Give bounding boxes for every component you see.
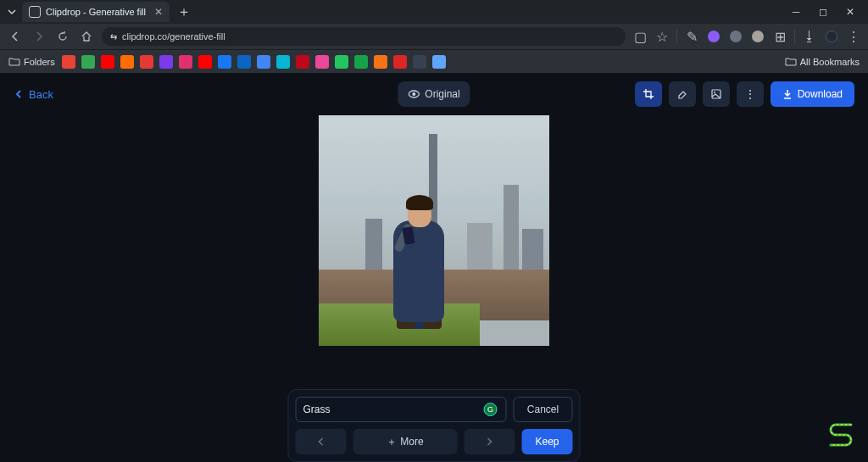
original-toggle-button[interactable]: Original — [398, 81, 470, 107]
crop-icon — [643, 88, 654, 100]
prompt-panel: G Cancel ＋ More Keep — [288, 389, 581, 462]
back-button[interactable]: Back — [14, 88, 53, 101]
back-label: Back — [29, 88, 53, 101]
window-minimize-icon[interactable]: ─ — [790, 6, 802, 18]
image-canvas[interactable] — [319, 115, 549, 346]
bookmark-youtube-icon[interactable] — [198, 55, 212, 69]
grammarly-icon[interactable]: G — [484, 403, 498, 416]
chevron-right-icon — [486, 437, 494, 446]
bookmark-sparkle-icon[interactable] — [432, 55, 446, 69]
nav-home-icon[interactable] — [78, 28, 95, 45]
photo-person-hair — [406, 195, 433, 210]
more-button[interactable]: ＋ More — [353, 429, 458, 454]
window-maximize-icon[interactable]: ◻ — [817, 6, 829, 18]
url-text: clipdrop.co/generative-fill — [122, 31, 225, 42]
browser-titlebar: Clipdrop - Generative fill ✕ ＋ ─ ◻ ✕ — [0, 0, 868, 24]
browser-address-bar: ⇆ clipdrop.co/generative-fill ▢ ☆ ✎ ⊞ ⭳ … — [0, 24, 868, 49]
bookmark-app-green2-icon[interactable] — [354, 55, 368, 69]
nav-forward-icon[interactable] — [31, 28, 47, 45]
bookmark-app-orange-icon[interactable] — [120, 55, 134, 69]
cancel-button[interactable]: Cancel — [514, 397, 573, 422]
folder-icon — [785, 56, 797, 68]
prompt-input[interactable] — [303, 404, 484, 415]
bookmark-app-blue-icon[interactable] — [257, 55, 270, 69]
chevron-left-icon — [317, 437, 326, 446]
nav-back-icon[interactable] — [7, 28, 24, 45]
ext-pen-icon[interactable]: ✎ — [684, 29, 699, 44]
bookmark-app-red-icon[interactable] — [140, 55, 153, 69]
browser-menu-icon[interactable]: ⋮ — [846, 29, 861, 44]
original-label: Original — [425, 88, 459, 100]
ext-avatar-icon[interactable] — [750, 29, 765, 44]
bookmark-drive-icon[interactable] — [81, 55, 95, 69]
eraser-tool-button[interactable] — [669, 81, 696, 107]
bookmarks-folder[interactable]: Folders — [8, 56, 55, 68]
tab-title: Clipdrop - Generative fill — [46, 7, 146, 17]
downloads-icon[interactable]: ⭳ — [802, 29, 817, 44]
image-icon — [710, 88, 722, 100]
cancel-label: Cancel — [527, 404, 559, 415]
url-input[interactable]: ⇆ clipdrop.co/generative-fill — [102, 27, 626, 46]
bookmark-youtube-red-icon[interactable] — [101, 55, 114, 69]
svg-point-1 — [412, 92, 415, 96]
profile-icon[interactable] — [824, 29, 839, 44]
new-tab-button[interactable]: ＋ — [175, 3, 193, 21]
svg-point-3 — [714, 92, 715, 93]
chevron-left-icon — [14, 89, 24, 99]
keep-button[interactable]: Keep — [522, 429, 573, 454]
all-bookmarks-link[interactable]: All Bookmarks — [785, 56, 860, 68]
brand-logo-icon — [826, 420, 856, 450]
folder-icon — [8, 56, 20, 68]
app-content: Back Original ⋮ Download — [0, 73, 868, 462]
bookmark-instagram-icon[interactable] — [179, 55, 192, 69]
nav-reload-icon[interactable] — [54, 28, 71, 45]
browser-tab[interactable]: Clipdrop - Generative fill ✕ — [22, 2, 170, 22]
more-options-button[interactable]: ⋮ — [737, 81, 764, 107]
keep-label: Keep — [535, 436, 559, 448]
eraser-icon — [676, 88, 688, 100]
prompt-input-box[interactable]: G — [296, 397, 507, 422]
window-close-icon[interactable]: ✕ — [844, 6, 856, 18]
site-info-icon[interactable]: ⇆ — [110, 32, 117, 42]
screenshot-icon[interactable]: ▢ — [632, 29, 648, 44]
bookmark-gmail-icon[interactable] — [62, 55, 75, 69]
more-label: More — [400, 436, 423, 448]
bookmarks-bar: Folders All Bookmarks — [0, 49, 868, 73]
bookmark-app-teal-icon[interactable] — [276, 55, 290, 69]
download-button[interactable]: Download — [771, 81, 854, 107]
divider — [676, 30, 677, 43]
bookmark-pinterest-icon[interactable] — [296, 55, 309, 69]
eye-icon — [408, 88, 420, 100]
bookmark-app-red2-icon[interactable] — [393, 55, 407, 69]
more-vert-icon: ⋮ — [744, 87, 756, 101]
bookmark-app-orange2-icon[interactable] — [374, 55, 387, 69]
bookmark-star-icon[interactable]: ☆ — [654, 29, 670, 44]
bookmark-app-pink-icon[interactable] — [315, 55, 329, 69]
bookmark-app-dark-icon[interactable] — [413, 55, 426, 69]
tab-favicon-icon — [29, 6, 41, 18]
app-toolbar: Back Original ⋮ Download — [0, 80, 868, 109]
download-label: Download — [798, 88, 843, 100]
crop-tool-button[interactable] — [635, 81, 662, 107]
ext-puzzle-icon[interactable]: ⊞ — [772, 29, 787, 44]
prev-result-button[interactable] — [296, 429, 347, 454]
bookmark-app-purple-icon[interactable] — [159, 55, 173, 69]
ext-gear-icon[interactable] — [706, 29, 721, 44]
bookmark-facebook-icon[interactable] — [218, 55, 231, 69]
image-tool-button[interactable] — [703, 81, 730, 107]
folder-label: Folders — [24, 57, 55, 67]
bookmark-app-green-icon[interactable] — [335, 55, 348, 69]
tab-search-icon[interactable] — [3, 3, 20, 20]
plus-icon: ＋ — [387, 435, 397, 449]
next-result-button[interactable] — [465, 429, 515, 454]
tab-close-icon[interactable]: ✕ — [154, 6, 163, 18]
all-bookmarks-label: All Bookmarks — [800, 57, 860, 67]
ext-camera-icon[interactable] — [728, 29, 743, 44]
divider — [794, 30, 795, 43]
bookmark-linkedin-icon[interactable] — [237, 55, 251, 69]
download-icon — [782, 89, 793, 99]
